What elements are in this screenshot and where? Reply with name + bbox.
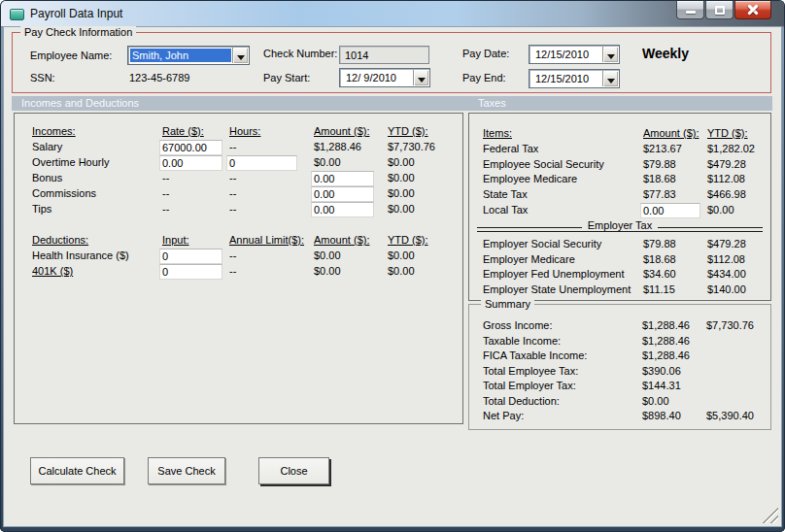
taxes-section-header: Taxes — [478, 97, 506, 109]
tax-row-emp-ss: Employee Social Security $79.88 $479.28 — [469, 158, 770, 173]
salary-rate-input[interactable] — [159, 140, 222, 155]
income-row-salary: Salary -- $1,288.46 $7,730.76 — [15, 141, 462, 155]
col-header: Rate ($): — [162, 125, 204, 137]
employee-name-label: Employee Name: — [30, 50, 112, 61]
col-header: Hours: — [229, 125, 260, 137]
summary-label: Total Deduction: — [483, 395, 560, 407]
tax-row-emp-medicare: Employee Medicare $18.68 $112.08 — [469, 173, 770, 187]
summary-amount: $1,288.46 — [642, 349, 690, 361]
summary-amount: $0.00 — [642, 395, 669, 407]
income-label: Commissions — [32, 187, 96, 199]
deduction-amount: $0.00 — [314, 265, 341, 277]
income-row-bonus: Bonus -- -- $0.00 — [15, 172, 462, 186]
incomes-header-row: Incomes: Rate ($): Hours: Amount ($): YT… — [15, 125, 462, 140]
deduction-amount: $0.00 — [314, 249, 341, 261]
save-check-button[interactable]: Save Check — [148, 457, 225, 484]
tax-ytd: $479.28 — [707, 238, 746, 249]
employee-name-dropdown-button[interactable] — [232, 48, 248, 63]
income-ytd: $0.00 — [388, 172, 415, 183]
tax-row-state: State Tax $77.83 $466.98 — [469, 188, 770, 203]
pay-date-datepicker[interactable]: 12/15/2010 — [529, 45, 620, 64]
summary-label: Net Pay: — [483, 410, 524, 421]
maximize-icon — [715, 6, 725, 15]
income-hours: -- — [229, 203, 236, 215]
title-bar[interactable]: Payroll Data Input — [1, 1, 784, 27]
income-ytd: $0.00 — [388, 187, 415, 199]
health-insurance-input[interactable] — [159, 249, 222, 264]
chevron-down-icon — [237, 55, 245, 64]
taxes-header-row: Items: Amount ($): YTD ($): — [469, 127, 770, 142]
tax-amount: $18.68 — [643, 173, 676, 184]
income-ytd: $0.00 — [388, 203, 415, 215]
income-label: Salary — [32, 141, 62, 152]
deduction-row-401k: 401K ($) -- $0.00 $0.00 — [15, 265, 462, 280]
chevron-down-icon — [607, 79, 615, 87]
close-icon — [735, 1, 770, 18]
close-dialog-button[interactable]: Close — [258, 457, 329, 484]
summary-label: Total Employee Tax: — [483, 365, 578, 377]
pay-start-dropdown-button[interactable] — [413, 70, 428, 85]
pay-date-dropdown-button[interactable] — [602, 47, 618, 62]
col-header: YTD ($): — [388, 125, 428, 137]
paycheck-info-legend: Pay Check Information — [20, 26, 136, 38]
pay-end-dropdown-button[interactable] — [602, 71, 618, 86]
employer-tax-divider: Employer Tax — [477, 216, 763, 232]
deduction-ytd: $0.00 — [388, 249, 415, 261]
close-button[interactable] — [734, 1, 771, 19]
col-header: Amount ($): — [314, 234, 369, 246]
col-header: Amount ($): — [643, 127, 699, 139]
tax-row-employer-fed-unemp: Employer Fed Unemployment $34.60 $434.00 — [469, 268, 770, 283]
calculate-check-button[interactable]: Calculate Check — [30, 457, 124, 484]
employee-name-combobox[interactable]: Smith, John — [127, 46, 250, 65]
summary-amount: $390.06 — [642, 365, 681, 377]
tax-amount: $79.88 — [643, 238, 676, 249]
summary-row-fica: FICA Taxable Income: $1,288.46 — [469, 349, 770, 364]
tax-amount: $77.83 — [643, 188, 676, 200]
tax-ytd: $112.08 — [707, 253, 745, 265]
income-label: Overtime Hourly — [32, 156, 109, 168]
income-hours: -- — [229, 141, 236, 152]
401k-input[interactable] — [159, 264, 222, 280]
tax-label: Employer Medicare — [483, 253, 575, 265]
commissions-amount-input[interactable] — [311, 186, 374, 202]
tax-amount: $213.67 — [643, 143, 682, 154]
ssn-value: 123-45-6789 — [129, 72, 189, 83]
tax-ytd: $140.00 — [707, 283, 746, 295]
summary-row-deduction: Total Deduction: $0.00 — [469, 395, 770, 410]
deductions-header-row: Deductions: Input: Annual Limit($): Amou… — [15, 234, 462, 249]
employer-tax-divider-label: Employer Tax — [582, 219, 658, 231]
chevron-down-icon — [418, 78, 426, 86]
resize-grip[interactable] — [761, 506, 778, 523]
tax-row-employer-medicare: Employer Medicare $18.68 $112.08 — [469, 253, 770, 268]
pay-end-datepicker[interactable]: 12/15/2010 — [529, 69, 620, 88]
window-title: Payroll Data Input — [30, 7, 122, 20]
col-header: Deductions: — [32, 234, 88, 246]
summary-row-gross: Gross Income: $1,288.46 $7,730.76 — [469, 319, 770, 334]
tax-ytd: $112.08 — [707, 173, 745, 184]
tax-ytd: $434.00 — [707, 268, 746, 280]
caption-buttons — [675, 1, 771, 19]
tax-row-employer-state-unemp: Employer State Unemployment $11.15 $140.… — [469, 283, 770, 298]
summary-amount: $1,288.46 — [642, 335, 690, 347]
tax-amount: $18.68 — [643, 253, 676, 265]
tips-amount-input[interactable] — [311, 202, 374, 217]
deduction-row-health: Health Insurance ($) -- $0.00 $0.00 — [15, 249, 462, 264]
deduction-limit: -- — [229, 265, 236, 277]
pay-start-label: Pay Start: — [263, 72, 310, 83]
minimize-button[interactable] — [676, 1, 704, 19]
pay-start-datepicker[interactable]: 12/ 9/2010 — [339, 68, 430, 87]
bonus-amount-input[interactable] — [311, 171, 374, 186]
check-number-field[interactable]: 1014 — [339, 46, 429, 64]
tax-label: Employer State Unemployment — [483, 283, 631, 295]
income-ytd: $0.00 — [388, 156, 415, 168]
overtime-rate-input[interactable] — [159, 155, 222, 171]
overtime-hours-input[interactable] — [226, 155, 297, 171]
tax-ytd: $466.98 — [707, 188, 746, 200]
deduction-401k-link[interactable]: 401K ($) — [32, 265, 73, 277]
col-header: Input: — [162, 234, 189, 246]
pay-frequency-label: Weekly — [642, 46, 689, 61]
paycheck-info-group: Pay Check Information Employee Name: Smi… — [12, 32, 771, 93]
maximize-button[interactable] — [705, 1, 734, 19]
pay-date-value: 12/15/2010 — [535, 49, 589, 60]
col-header: YTD ($): — [707, 127, 748, 139]
